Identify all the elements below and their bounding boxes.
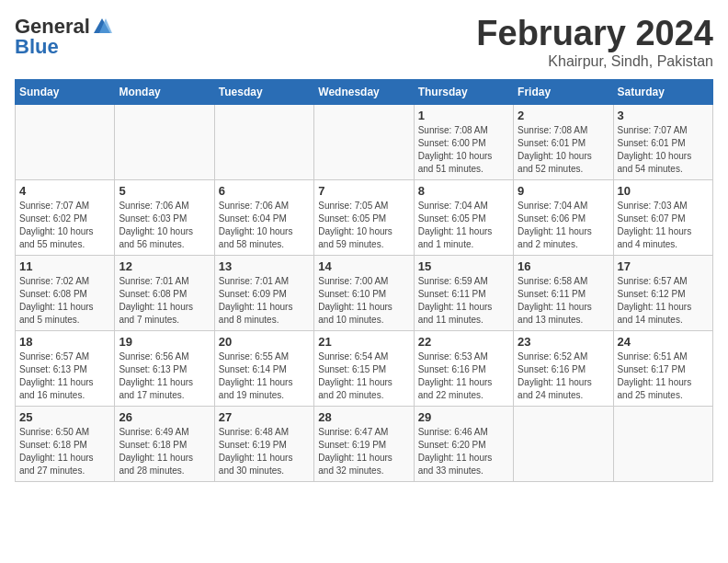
title-section: February 2024 Khairpur, Sindh, Pakistan bbox=[476, 15, 713, 70]
day-info: Sunrise: 6:48 AM Sunset: 6:19 PM Dayligh… bbox=[219, 426, 310, 477]
calendar-cell bbox=[613, 406, 712, 481]
calendar-header-cell: Saturday bbox=[613, 79, 712, 104]
calendar-week-row: 1Sunrise: 7:08 AM Sunset: 6:00 PM Daylig… bbox=[16, 104, 713, 179]
day-info: Sunrise: 6:57 AM Sunset: 6:12 PM Dayligh… bbox=[618, 275, 709, 327]
calendar-cell: 9Sunrise: 7:04 AM Sunset: 6:06 PM Daylig… bbox=[514, 179, 613, 255]
calendar-cell bbox=[314, 104, 414, 179]
day-number: 21 bbox=[318, 335, 409, 349]
calendar-cell: 10Sunrise: 7:03 AM Sunset: 6:07 PM Dayli… bbox=[613, 179, 712, 255]
calendar-header-cell: Wednesday bbox=[314, 79, 414, 104]
day-number: 27 bbox=[219, 410, 310, 424]
calendar-cell: 16Sunrise: 6:58 AM Sunset: 6:11 PM Dayli… bbox=[514, 255, 613, 330]
calendar-cell: 20Sunrise: 6:55 AM Sunset: 6:14 PM Dayli… bbox=[214, 330, 313, 406]
calendar-cell bbox=[16, 104, 115, 179]
calendar-header-cell: Friday bbox=[514, 79, 613, 104]
day-number: 4 bbox=[19, 184, 110, 198]
calendar-cell: 11Sunrise: 7:02 AM Sunset: 6:08 PM Dayli… bbox=[16, 255, 115, 330]
calendar-body: 1Sunrise: 7:08 AM Sunset: 6:00 PM Daylig… bbox=[16, 104, 713, 481]
calendar-cell: 26Sunrise: 6:49 AM Sunset: 6:18 PM Dayli… bbox=[115, 406, 214, 481]
day-info: Sunrise: 6:56 AM Sunset: 6:13 PM Dayligh… bbox=[119, 350, 210, 402]
day-number: 20 bbox=[219, 335, 310, 349]
day-info: Sunrise: 6:46 AM Sunset: 6:20 PM Dayligh… bbox=[418, 426, 509, 477]
day-number: 9 bbox=[518, 184, 609, 198]
calendar-cell: 14Sunrise: 7:00 AM Sunset: 6:10 PM Dayli… bbox=[314, 255, 414, 330]
calendar-cell: 13Sunrise: 7:01 AM Sunset: 6:09 PM Dayli… bbox=[214, 255, 313, 330]
day-number: 3 bbox=[618, 109, 709, 122]
calendar-table: SundayMondayTuesdayWednesdayThursdayFrid… bbox=[15, 79, 713, 482]
day-info: Sunrise: 6:51 AM Sunset: 6:17 PM Dayligh… bbox=[618, 350, 709, 402]
calendar-cell: 21Sunrise: 6:54 AM Sunset: 6:15 PM Dayli… bbox=[314, 330, 414, 406]
day-info: Sunrise: 6:52 AM Sunset: 6:16 PM Dayligh… bbox=[518, 350, 609, 402]
day-number: 24 bbox=[618, 335, 709, 349]
day-number: 1 bbox=[418, 109, 509, 122]
calendar-week-row: 18Sunrise: 6:57 AM Sunset: 6:13 PM Dayli… bbox=[16, 330, 713, 406]
page-header: General Blue February 2024 Khairpur, Sin… bbox=[15, 15, 713, 70]
day-number: 29 bbox=[418, 410, 509, 424]
day-number: 28 bbox=[318, 410, 409, 424]
day-info: Sunrise: 6:59 AM Sunset: 6:11 PM Dayligh… bbox=[418, 275, 509, 327]
calendar-cell: 7Sunrise: 7:05 AM Sunset: 6:05 PM Daylig… bbox=[314, 179, 414, 255]
calendar-cell: 19Sunrise: 6:56 AM Sunset: 6:13 PM Dayli… bbox=[115, 330, 214, 406]
day-number: 18 bbox=[19, 335, 110, 349]
day-info: Sunrise: 6:57 AM Sunset: 6:13 PM Dayligh… bbox=[19, 350, 110, 402]
calendar-cell: 17Sunrise: 6:57 AM Sunset: 6:12 PM Dayli… bbox=[613, 255, 712, 330]
day-info: Sunrise: 7:01 AM Sunset: 6:08 PM Dayligh… bbox=[119, 275, 210, 327]
calendar-cell: 28Sunrise: 6:47 AM Sunset: 6:19 PM Dayli… bbox=[314, 406, 414, 481]
day-info: Sunrise: 7:02 AM Sunset: 6:08 PM Dayligh… bbox=[19, 275, 110, 327]
calendar-cell: 12Sunrise: 7:01 AM Sunset: 6:08 PM Dayli… bbox=[115, 255, 214, 330]
day-info: Sunrise: 6:49 AM Sunset: 6:18 PM Dayligh… bbox=[119, 426, 210, 477]
calendar-cell bbox=[214, 104, 313, 179]
day-number: 17 bbox=[618, 259, 709, 273]
day-info: Sunrise: 7:05 AM Sunset: 6:05 PM Dayligh… bbox=[318, 200, 409, 251]
day-number: 23 bbox=[518, 335, 609, 349]
day-info: Sunrise: 7:03 AM Sunset: 6:07 PM Dayligh… bbox=[618, 200, 709, 251]
calendar-header-cell: Tuesday bbox=[214, 79, 313, 104]
day-number: 5 bbox=[119, 184, 210, 198]
day-number: 19 bbox=[119, 335, 210, 349]
day-number: 13 bbox=[219, 259, 310, 273]
calendar-cell: 15Sunrise: 6:59 AM Sunset: 6:11 PM Dayli… bbox=[414, 255, 513, 330]
calendar-cell: 3Sunrise: 7:07 AM Sunset: 6:01 PM Daylig… bbox=[613, 104, 712, 179]
day-info: Sunrise: 7:08 AM Sunset: 6:01 PM Dayligh… bbox=[518, 124, 609, 176]
calendar-cell: 5Sunrise: 7:06 AM Sunset: 6:03 PM Daylig… bbox=[115, 179, 214, 255]
calendar-header-cell: Monday bbox=[115, 79, 214, 104]
calendar-header-cell: Sunday bbox=[16, 79, 115, 104]
day-number: 10 bbox=[618, 184, 709, 198]
calendar-week-row: 25Sunrise: 6:50 AM Sunset: 6:18 PM Dayli… bbox=[16, 406, 713, 481]
day-info: Sunrise: 6:55 AM Sunset: 6:14 PM Dayligh… bbox=[219, 350, 310, 402]
calendar-header-cell: Thursday bbox=[414, 79, 513, 104]
calendar-cell: 6Sunrise: 7:06 AM Sunset: 6:04 PM Daylig… bbox=[214, 179, 313, 255]
calendar-cell: 23Sunrise: 6:52 AM Sunset: 6:16 PM Dayli… bbox=[514, 330, 613, 406]
calendar-header-row: SundayMondayTuesdayWednesdayThursdayFrid… bbox=[16, 79, 713, 104]
day-info: Sunrise: 6:53 AM Sunset: 6:16 PM Dayligh… bbox=[418, 350, 509, 402]
calendar-cell: 27Sunrise: 6:48 AM Sunset: 6:19 PM Dayli… bbox=[214, 406, 313, 481]
logo-icon bbox=[92, 17, 112, 37]
day-number: 15 bbox=[418, 259, 509, 273]
calendar-cell: 1Sunrise: 7:08 AM Sunset: 6:00 PM Daylig… bbox=[414, 104, 513, 179]
logo: General Blue bbox=[15, 15, 112, 59]
calendar-week-row: 4Sunrise: 7:07 AM Sunset: 6:02 PM Daylig… bbox=[16, 179, 713, 255]
calendar-cell: 18Sunrise: 6:57 AM Sunset: 6:13 PM Dayli… bbox=[16, 330, 115, 406]
day-number: 16 bbox=[518, 259, 609, 273]
calendar-cell: 29Sunrise: 6:46 AM Sunset: 6:20 PM Dayli… bbox=[414, 406, 513, 481]
calendar-cell bbox=[115, 104, 214, 179]
day-info: Sunrise: 7:04 AM Sunset: 6:05 PM Dayligh… bbox=[418, 200, 509, 251]
calendar-cell: 2Sunrise: 7:08 AM Sunset: 6:01 PM Daylig… bbox=[514, 104, 613, 179]
day-number: 2 bbox=[518, 109, 609, 122]
subtitle: Khairpur, Sindh, Pakistan bbox=[476, 53, 713, 70]
calendar-week-row: 11Sunrise: 7:02 AM Sunset: 6:08 PM Dayli… bbox=[16, 255, 713, 330]
day-number: 7 bbox=[318, 184, 409, 198]
calendar-cell: 22Sunrise: 6:53 AM Sunset: 6:16 PM Dayli… bbox=[414, 330, 513, 406]
day-info: Sunrise: 6:58 AM Sunset: 6:11 PM Dayligh… bbox=[518, 275, 609, 327]
day-info: Sunrise: 7:08 AM Sunset: 6:00 PM Dayligh… bbox=[418, 124, 509, 176]
day-info: Sunrise: 6:54 AM Sunset: 6:15 PM Dayligh… bbox=[318, 350, 409, 402]
day-number: 25 bbox=[19, 410, 110, 424]
logo-blue: Blue bbox=[15, 35, 59, 59]
day-number: 12 bbox=[119, 259, 210, 273]
calendar-cell: 25Sunrise: 6:50 AM Sunset: 6:18 PM Dayli… bbox=[16, 406, 115, 481]
day-info: Sunrise: 7:00 AM Sunset: 6:10 PM Dayligh… bbox=[318, 275, 409, 327]
calendar-cell: 4Sunrise: 7:07 AM Sunset: 6:02 PM Daylig… bbox=[16, 179, 115, 255]
day-info: Sunrise: 7:07 AM Sunset: 6:01 PM Dayligh… bbox=[618, 124, 709, 176]
day-number: 26 bbox=[119, 410, 210, 424]
calendar-cell bbox=[514, 406, 613, 481]
